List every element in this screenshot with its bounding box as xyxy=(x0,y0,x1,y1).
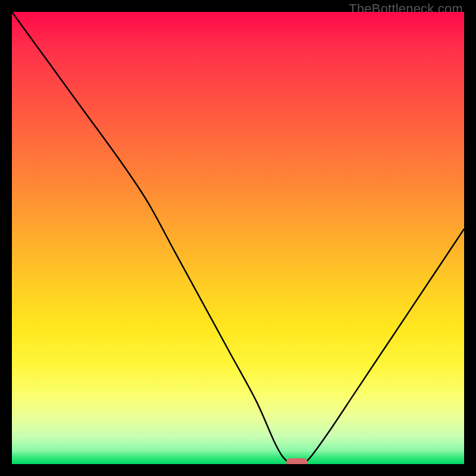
chart-frame: TheBottleneck.com xyxy=(0,0,476,476)
bottleneck-curve xyxy=(12,12,464,464)
optimal-point-marker xyxy=(286,458,308,464)
curve-path xyxy=(12,12,464,464)
plot-area xyxy=(12,12,464,464)
